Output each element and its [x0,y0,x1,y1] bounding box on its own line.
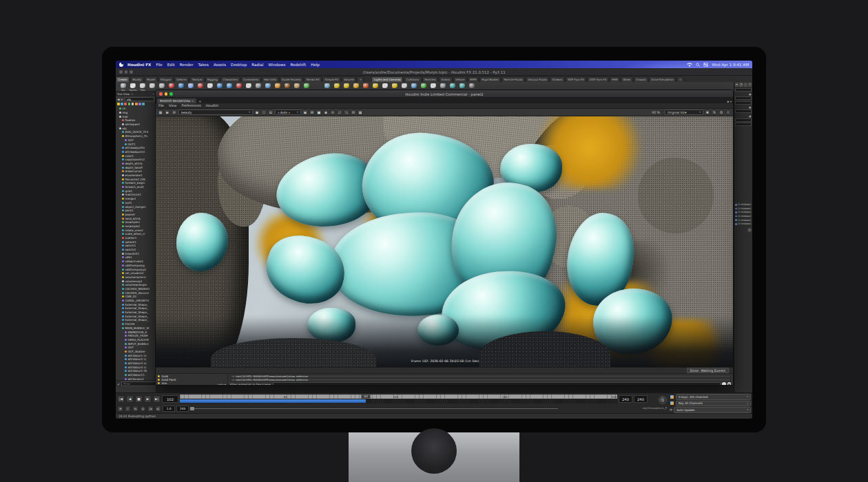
shelf-tab--[interactable]: + [676,76,683,82]
param-field[interactable] [735,96,752,100]
shelf-tab-drive-simulation[interactable]: Drive Simulation [649,76,676,82]
render-pass-select[interactable]: beauty▾ [178,109,253,115]
playhead[interactable]: 102 [361,395,370,399]
current-frame-field[interactable]: 102 [162,395,178,403]
play-icon[interactable]: ▶ [144,395,152,403]
info-icon[interactable]: i [725,109,731,115]
timeline-zoom-icon[interactable]: Q [659,396,667,404]
menubar-menu-edit[interactable]: Edit [167,63,175,67]
tree-toolbar-icon[interactable] [138,103,141,105]
shelf-tab-wires[interactable]: Wires [621,76,633,82]
control-center-icon[interactable] [703,63,708,67]
size-select[interactable]: Original Size▾ [665,109,703,115]
menubar-clock[interactable]: Wed Apr 1 9:41 AM [712,63,749,67]
tree-toolbar-icon[interactable] [128,103,131,105]
remove-icon[interactable]: × [232,379,234,381]
snapshot-icon[interactable]: ▦ [158,109,163,115]
shelf-tool[interactable]: Tube [138,83,147,92]
audio-icon[interactable]: ♪ [125,406,131,412]
shelf-tab-viscous-fluids[interactable]: Viscous Fluids [526,76,549,82]
tree-toolbar-icon[interactable] [117,103,120,105]
param-field[interactable] [735,109,752,113]
shelf-tab-lights-and-cameras[interactable]: Lights and Cameras [371,76,403,82]
shelf-tab-simple-fx[interactable]: Simple FX [322,76,340,82]
renderview-menu-houdini[interactable]: Houdini [206,104,218,107]
shelf-tab-rigging[interactable]: Rigging [205,76,220,82]
children-count-row[interactable]: (3 children) [735,214,752,218]
shelf-tool[interactable] [448,83,457,89]
channels-icon[interactable] [670,395,674,399]
filter-check-icon[interactable]: ✓ [117,382,120,386]
shelf-tool[interactable] [457,83,467,89]
search-icon[interactable] [696,63,700,67]
magnifier-icon[interactable]: Q [719,109,724,115]
renderview-menu-preferences[interactable]: Preferences [181,104,200,107]
shelf-tool[interactable] [342,83,351,89]
target-icon[interactable]: ◉ [323,109,329,115]
help-icon[interactable]: ? [747,228,752,232]
menubar-menu-help[interactable]: Help [311,63,320,67]
children-count-row[interactable]: (3 children) [735,207,752,211]
param-field[interactable] [735,101,752,105]
shelf-tab-rigid-bodies[interactable]: Rigid Bodies [479,76,501,82]
material-item-iron[interactable]: Iron [158,381,225,385]
shelf-tool[interactable]: Sphere [128,83,138,92]
shelf-tool[interactable] [438,83,448,89]
children-count-row[interactable]: (3 children) [735,222,752,226]
shelf-tab-volume[interactable]: Volume [342,76,356,82]
material-path-row[interactable]: ×/obj/CACHED_MAINSHAPE/sequickshade2/sho… [230,378,731,381]
shelf-tool[interactable] [361,83,371,89]
shelf-tab-polygon[interactable]: Polygon [158,76,174,82]
keyframe-icon[interactable] [670,401,674,406]
shelf-tab-texture[interactable]: Texture [189,76,204,82]
tree-filter-input[interactable] [121,381,156,386]
render-restart-icon[interactable]: ⟳ [172,109,177,115]
tab-add-icon[interactable]: + [198,99,201,103]
back-icon[interactable]: ◀ [117,98,119,101]
grid-icon[interactable]: ⊞ [309,109,315,115]
renderview-menu-view[interactable]: View [169,104,176,107]
shelf-tool[interactable] [371,83,380,89]
shelf-tab-guide-process[interactable]: Guide Process [280,76,303,82]
menubar-menu-takes[interactable]: Takes [198,63,209,67]
loop-mode-icon[interactable]: ⇆ [132,406,138,412]
tree-tab-close-icon[interactable]: × [131,92,133,96]
tab-redshift-renderview[interactable]: Redshift RenderView × [157,98,196,103]
shelf-tab-mpm[interactable]: MPM [468,76,479,82]
shelf-tab-sop-pyro-fx[interactable]: SOP Pyro FX [566,76,587,82]
tree-tab-add-icon[interactable]: + [152,92,154,96]
shelf-tab-particle-fluids[interactable]: Particle Fluids [502,76,525,82]
shrink-icon[interactable]: ⤡ [344,109,349,115]
shelf-tab-collisions[interactable]: Collisions [404,76,421,82]
children-count-row[interactable]: (3 children) [735,203,752,207]
info-icon[interactable]: i [744,83,747,87]
shelf-tool[interactable] [322,83,332,89]
key-all-channels-button[interactable]: Key All Channels‡ [676,401,751,407]
shelf-tool[interactable] [380,83,390,89]
ghost-icon[interactable]: ◌ [261,109,267,115]
gear-icon[interactable]: ✱ [705,109,710,115]
shelf-tool[interactable] [332,83,342,89]
key-next-icon[interactable]: ▸| [155,406,161,412]
magnifier-icon[interactable]: Q [739,83,743,87]
shelf-tab-particles[interactable]: Particles [422,76,438,82]
jump-start-icon[interactable]: |◀ [117,395,125,403]
bucket-icon[interactable]: ● [254,109,260,115]
shelf-tool[interactable] [467,83,477,89]
layout-icon[interactable]: ▩ [358,109,363,115]
playback-settings-icon[interactable]: ◎ [140,406,146,412]
sphere-preview-icon[interactable] [722,382,726,386]
shelf-tool[interactable] [390,83,400,89]
shelf-tab-vellum[interactable]: Vellum [453,76,467,82]
renderview-titlebar[interactable]: Houdini Indie Limited-Commercial - panel… [156,90,733,98]
refresh-icon[interactable]: ⟳ [670,408,672,412]
shelf-tool[interactable] [428,83,438,89]
render-start-icon[interactable]: ▶ [165,109,170,115]
menubar-menu-assets[interactable]: Assets [214,63,226,67]
menubar-menu-file[interactable]: File [156,63,162,67]
param-field[interactable] [735,118,752,122]
shelf-tab-fem[interactable]: FEM [610,76,620,82]
shelf-tab-constraints[interactable]: Constraints [241,76,261,82]
tree-toolbar-icon[interactable] [121,103,123,105]
shelf-tool[interactable] [400,83,409,89]
